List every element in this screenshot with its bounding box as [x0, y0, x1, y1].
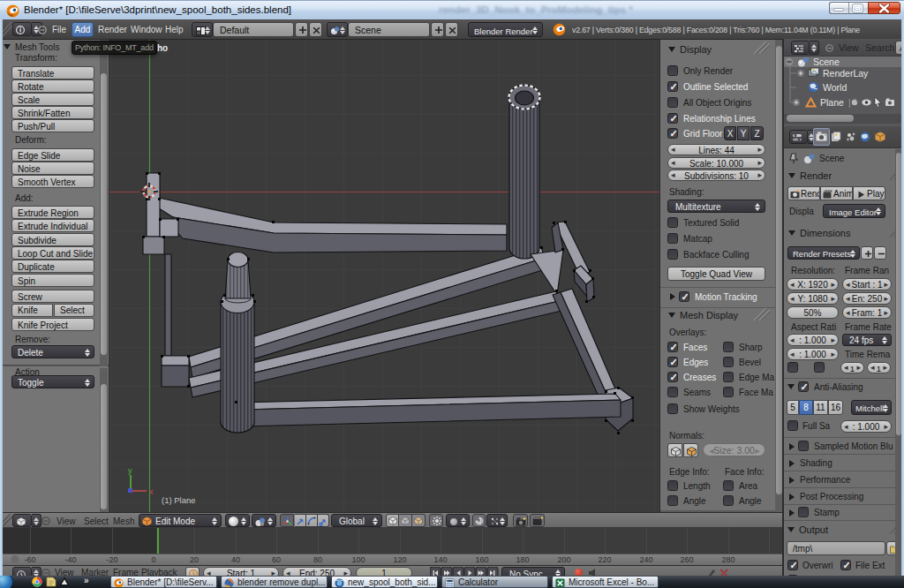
svg-text:x: x: [149, 487, 154, 496]
svg-text:-20: -20: [106, 555, 117, 564]
svg-text:RenderLay: RenderLay: [823, 68, 869, 79]
svg-text:y: y: [128, 466, 132, 475]
svg-text:80: 80: [313, 555, 322, 564]
svg-text:280: 280: [721, 555, 734, 564]
svg-text:20: 20: [190, 555, 199, 564]
svg-text:|: |: [848, 97, 851, 108]
svg-text:140: 140: [433, 555, 447, 564]
svg-text:220: 220: [598, 555, 611, 564]
svg-text:200: 200: [557, 555, 570, 564]
svg-text:120: 120: [393, 555, 406, 564]
svg-text:160: 160: [475, 555, 488, 564]
svg-text:100: 100: [351, 555, 365, 564]
svg-text:Scene: Scene: [813, 57, 840, 67]
svg-text:World: World: [823, 82, 847, 93]
svg-text:260: 260: [680, 555, 693, 564]
svg-text:-40: -40: [64, 555, 76, 564]
svg-text:-60: -60: [24, 555, 35, 564]
svg-text:(1) Plane: (1) Plane: [162, 495, 196, 505]
svg-text:40: 40: [231, 555, 240, 564]
svg-text:0: 0: [151, 555, 155, 564]
svg-text:240: 240: [639, 555, 652, 564]
svg-text:180: 180: [516, 555, 529, 564]
svg-text:Plane: Plane: [820, 97, 844, 108]
svg-text:60: 60: [272, 555, 281, 564]
